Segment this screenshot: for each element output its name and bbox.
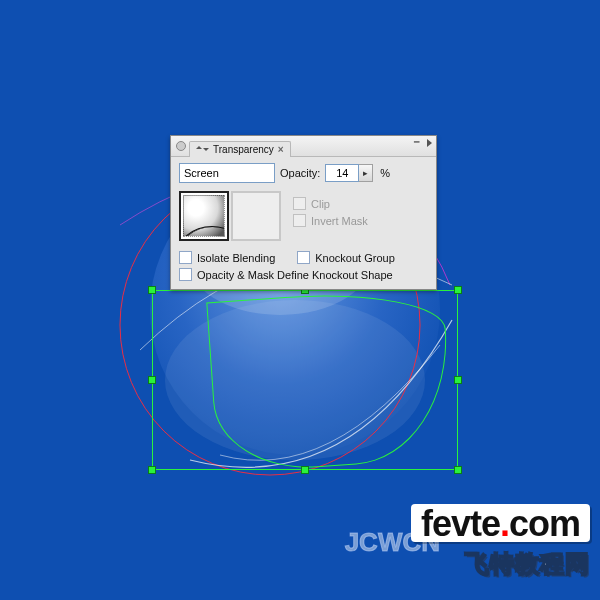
isolate-blending-label: Isolate Blending	[197, 252, 275, 264]
selection-handle[interactable]	[454, 376, 462, 384]
transparency-panel: Transparency × ━ Opacity: ▸ %	[170, 135, 437, 290]
panel-menu-icon[interactable]	[427, 139, 432, 147]
opacity-suffix: %	[380, 167, 390, 179]
panel-grip-icon[interactable]	[176, 141, 186, 151]
panel-tabs: Transparency × ━	[171, 136, 436, 157]
watermark-brand: fevte.com	[411, 504, 590, 542]
svg-point-2	[165, 300, 425, 460]
knockout-group-label: Knockout Group	[315, 252, 395, 264]
opacity-mask-knockout-checkbox[interactable]: Opacity & Mask Define Knockout Shape	[179, 268, 428, 281]
clip-label: Clip	[311, 198, 330, 210]
clip-checkbox: Clip	[293, 197, 368, 210]
watermark-subtitle: 飞特教程网	[465, 548, 590, 580]
selection-bounding-box[interactable]	[152, 290, 458, 470]
selection-handle[interactable]	[454, 466, 462, 474]
blend-mode-dropdown[interactable]	[179, 163, 275, 183]
isolate-blending-checkbox[interactable]: Isolate Blending	[179, 251, 275, 264]
opacity-input[interactable]	[325, 164, 359, 182]
selection-handle[interactable]	[148, 376, 156, 384]
panel-minimize-button[interactable]: ━	[414, 138, 419, 147]
knockout-group-checkbox[interactable]: Knockout Group	[297, 251, 395, 264]
invert-mask-checkbox: Invert Mask	[293, 214, 368, 227]
opacity-stepper[interactable]: ▸	[359, 164, 373, 182]
selection-handle[interactable]	[454, 286, 462, 294]
selection-handle[interactable]	[148, 466, 156, 474]
invert-mask-label: Invert Mask	[311, 215, 368, 227]
watermark: fevte.com 飞特教程网	[411, 504, 590, 580]
selection-handle[interactable]	[148, 286, 156, 294]
opacity-mask-knockout-label: Opacity & Mask Define Knockout Shape	[197, 269, 393, 281]
tab-collapse-icon[interactable]	[196, 148, 209, 151]
panel-title: Transparency	[213, 144, 274, 155]
selection-handle[interactable]	[301, 466, 309, 474]
opacity-thumbnail[interactable]	[179, 191, 229, 241]
mask-thumbnail[interactable]	[231, 191, 281, 241]
opacity-label: Opacity:	[280, 167, 320, 179]
tab-transparency[interactable]: Transparency ×	[189, 141, 291, 157]
tab-close-button[interactable]: ×	[278, 144, 284, 155]
